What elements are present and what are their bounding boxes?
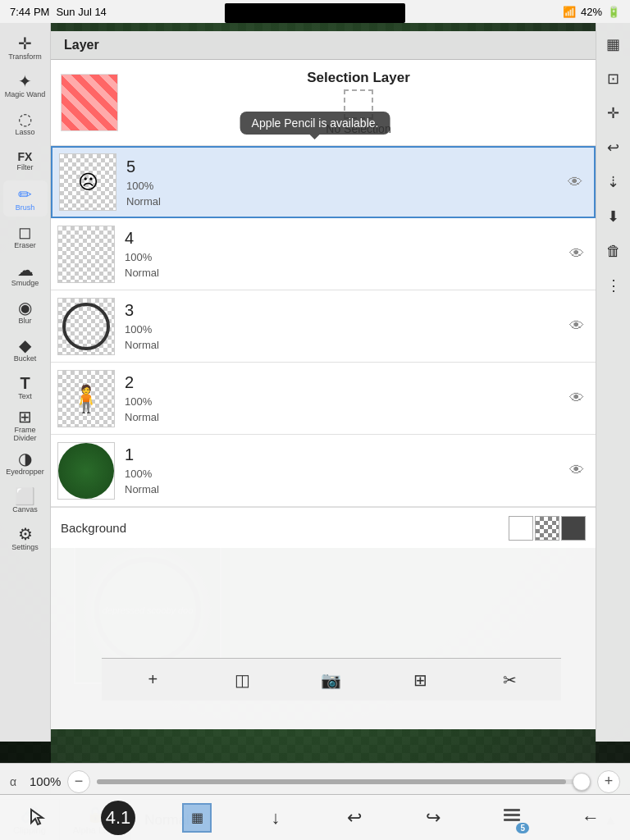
layer-thumb-3: [57, 298, 115, 355]
nav-undo-btn[interactable]: ↩: [334, 797, 375, 838]
alpha-decrease-btn[interactable]: −: [67, 770, 90, 793]
layer-3-number: 3: [125, 301, 564, 320]
layer-4-opacity: 100%: [125, 251, 564, 263]
grid-btn[interactable]: ⊞: [406, 665, 436, 695]
settings-icon: ⚙: [18, 526, 33, 542]
layer-row-1[interactable]: 1 100% Normal 👁: [51, 435, 596, 507]
layer-2-character: 🧍: [70, 383, 103, 414]
background-row[interactable]: Background: [51, 507, 596, 548]
tool-text[interactable]: T Text: [3, 369, 48, 405]
layer-row-5[interactable]: ☹ 5 100% Normal 👁: [51, 146, 596, 218]
tool-frame-divider[interactable]: ⊞ Frame Divider: [3, 407, 48, 443]
tool-eyedropper[interactable]: ◑ Eyedropper: [3, 445, 48, 481]
bucket-label: Bucket: [14, 354, 37, 363]
layer-1-opacity: 100%: [125, 468, 564, 480]
nav-select-btn[interactable]: [19, 797, 60, 838]
layer-3-circle: [62, 303, 110, 350]
blur-label: Blur: [18, 317, 31, 325]
alpha-label: α: [10, 775, 23, 788]
layer-2-blend: Normal: [125, 411, 564, 423]
layer-row-2[interactable]: 🧍 2 100% Normal 👁: [51, 363, 596, 435]
nav-back-btn[interactable]: ←: [570, 797, 611, 838]
add-layer-btn[interactable]: +: [138, 665, 167, 695]
canvas-icon: ⬜: [15, 488, 35, 504]
nav-canvas-view-btn[interactable]: ▦: [176, 797, 217, 838]
tool-blur[interactable]: ◉ Blur: [3, 294, 48, 330]
bottom-layer-toolbar: + ◫ 📷 ⊞ ✂: [102, 658, 561, 701]
right-tool-trash[interactable]: 🗑: [599, 236, 628, 266]
layer-1-blend: Normal: [125, 483, 564, 495]
canvas-area: depressed scooby doo Apple Pencil is ava…: [0, 23, 630, 840]
right-tool-export[interactable]: ⬇: [599, 202, 628, 231]
battery-level: 42%: [581, 6, 602, 18]
nav-redo-btn[interactable]: ↪: [413, 797, 454, 838]
frame-divider-label: Frame Divider: [3, 426, 48, 442]
eraser-icon: ◻: [18, 224, 32, 240]
layer-row-3[interactable]: 3 100% Normal 👁: [51, 290, 596, 363]
layer-panel-title: Layer: [64, 38, 99, 52]
pencil-tooltip: Apple Pencil is available.: [240, 112, 390, 135]
right-panel: ▦ ⊡ ✛ ↩ ⇣ ⬇ 🗑 ⋮: [596, 23, 630, 742]
layer-3-info: 3 100% Normal: [115, 301, 564, 351]
group-layer-btn[interactable]: ◫: [227, 665, 257, 695]
svg-rect-2: [504, 814, 520, 816]
frame-divider-icon: ⊞: [18, 409, 32, 425]
pencil-size-label: 4.1: [106, 807, 131, 829]
tool-canvas[interactable]: ⬜ Canvas: [3, 482, 48, 518]
left-toolbar: ✛ Transform ✦ Magic Wand ◌ Lasso FX Filt…: [0, 23, 51, 742]
layer-thumb-2: 🧍: [57, 370, 115, 427]
bg-swatch-dark[interactable]: [561, 516, 586, 541]
bg-swatch-white[interactable]: [509, 516, 533, 541]
wifi-icon: 📶: [563, 6, 576, 18]
layer-3-opacity: 100%: [125, 323, 564, 336]
lasso-label: Lasso: [15, 128, 34, 136]
alpha-increase-btn[interactable]: +: [597, 770, 620, 793]
right-tool-undo[interactable]: ↩: [599, 133, 628, 162]
bg-swatch-checker[interactable]: [535, 516, 559, 541]
alpha-slider-track[interactable]: [97, 779, 591, 784]
bottom-nav: 4.1 ▦ ↓ ↩ ↪ 5 ←: [0, 794, 630, 840]
layer-5-blend: Normal: [126, 195, 563, 208]
layer-5-opacity: 100%: [126, 180, 563, 192]
layer-5-visibility[interactable]: 👁: [563, 170, 587, 194]
transform-icon: ✛: [18, 35, 32, 52]
fx-label: Filter: [17, 163, 34, 171]
layer-2-visibility[interactable]: 👁: [564, 386, 589, 411]
tool-eraser[interactable]: ◻ Eraser: [3, 218, 48, 254]
eyedropper-icon: ◑: [18, 450, 32, 467]
right-tool-move[interactable]: ✛: [599, 98, 628, 128]
tool-transform[interactable]: ✛ Transform: [3, 30, 48, 66]
layer-thumb-5: ☹: [59, 153, 116, 211]
nav-down-btn[interactable]: ↓: [255, 797, 296, 838]
layer-5-number: 5: [126, 158, 563, 176]
scissor-btn[interactable]: ✂: [495, 665, 525, 695]
magic-wand-label: Magic Wand: [5, 90, 46, 98]
layer-4-visibility[interactable]: 👁: [564, 242, 589, 267]
layer-2-info: 2 100% Normal: [115, 373, 564, 423]
tool-smudge[interactable]: ☁ Smudge: [3, 256, 48, 292]
layer-4-info: 4 100% Normal: [115, 229, 564, 279]
nav-layers-btn[interactable]: 5: [491, 797, 532, 838]
tool-magic-wand[interactable]: ✦ Magic Wand: [3, 67, 48, 103]
layer-list-container: Selection Layer No Selection ☹ 5 100% No…: [51, 60, 596, 729]
tool-brush[interactable]: ✏ Brush: [3, 180, 48, 217]
layer-row-4[interactable]: 4 100% Normal 👁: [51, 218, 596, 290]
tool-bucket[interactable]: ◆ Bucket: [3, 331, 48, 368]
right-tool-checker[interactable]: ▦: [599, 30, 628, 59]
alpha-slider-thumb[interactable]: [573, 773, 591, 791]
tool-settings[interactable]: ⚙ Settings: [3, 520, 48, 556]
tool-fx[interactable]: FX Filter: [3, 143, 48, 179]
bucket-icon: ◆: [19, 337, 31, 354]
right-tool-more[interactable]: ⋮: [599, 271, 628, 300]
alpha-slider-fill: [97, 779, 566, 784]
nav-pencil-btn[interactable]: 4.1: [98, 797, 139, 838]
camera-btn[interactable]: 📷: [317, 665, 346, 695]
layer-1-visibility[interactable]: 👁: [564, 459, 589, 483]
right-tool-copy[interactable]: ⊡: [599, 64, 628, 94]
smudge-label: Smudge: [11, 279, 39, 287]
layer-2-number: 2: [125, 373, 564, 392]
svg-marker-0: [31, 810, 43, 824]
tool-lasso[interactable]: ◌ Lasso: [3, 105, 48, 141]
layer-3-visibility[interactable]: 👁: [564, 314, 589, 339]
right-tool-down[interactable]: ⇣: [599, 167, 628, 197]
